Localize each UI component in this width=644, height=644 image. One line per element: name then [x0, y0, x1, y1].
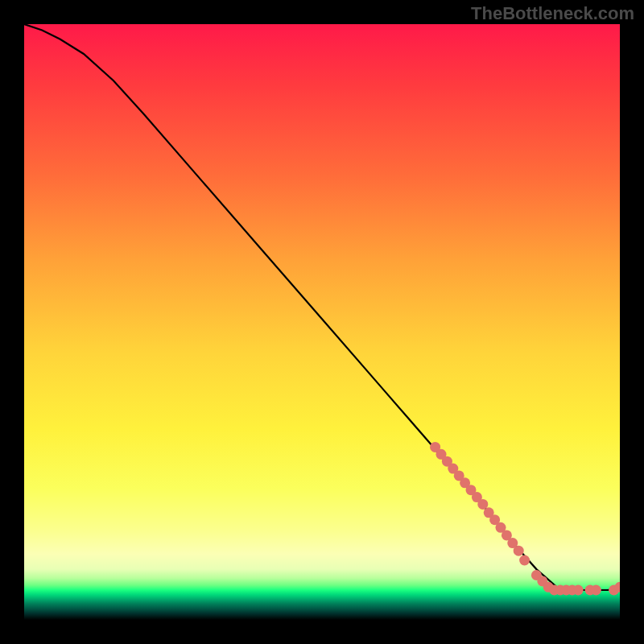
benchmark-point [519, 555, 530, 566]
benchmark-points-group [430, 442, 620, 596]
bottleneck-curve [24, 24, 620, 590]
benchmark-point [591, 585, 601, 596]
benchmark-point [514, 546, 524, 556]
plot-area [24, 24, 620, 620]
watermark-text: TheBottleneck.com [471, 3, 634, 24]
chart-svg [24, 24, 620, 620]
benchmark-point [573, 585, 584, 596]
